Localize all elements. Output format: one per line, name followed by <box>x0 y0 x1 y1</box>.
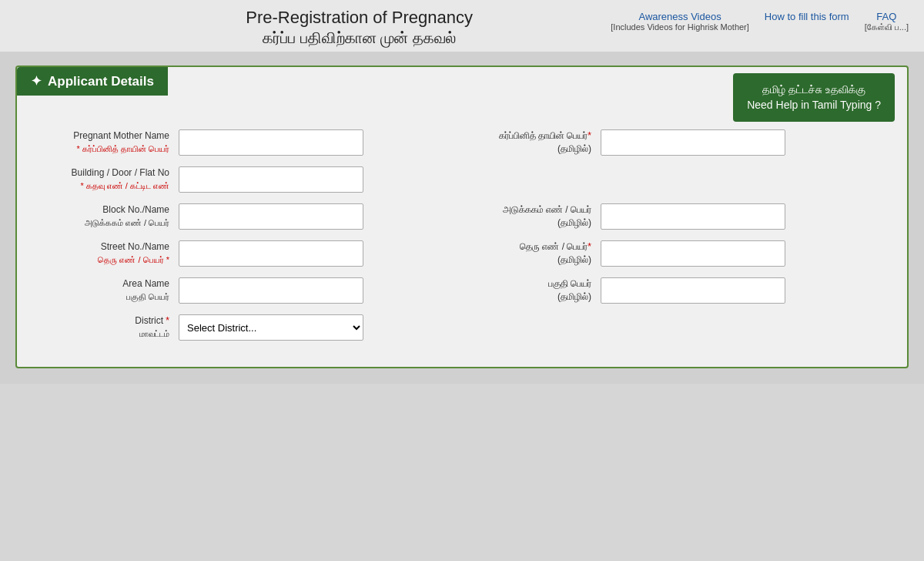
area-name-en-input[interactable] <box>179 277 363 304</box>
building-row: Building / Door / Flat No * கதவு எண் / க… <box>40 166 884 193</box>
area-ta-label: பகுதி பெயர் (தமிழில்) <box>462 277 601 304</box>
page-title-en: Pre-Registration of Pregnancy <box>108 8 611 28</box>
block-no-name-ta-input[interactable] <box>601 203 785 230</box>
block-no-name-en-input[interactable] <box>179 203 363 230</box>
block-left-col: Block No./Name அடுக்ககம் எண் / பெயர் <box>40 203 462 230</box>
pregnant-mother-name-label: Pregnant Mother Name * கர்ப்பினித் தாயின… <box>40 129 179 156</box>
content-area: ✦Applicant Details தமிழ் தட்டச்சு உதவிக்… <box>0 52 924 384</box>
block-ta-label: அடுக்ககம் எண் / பெயர் (தமிழில்) <box>462 203 601 230</box>
building-input[interactable] <box>179 166 363 193</box>
building-left-col: Building / Door / Flat No * கதவு எண் / க… <box>40 166 462 193</box>
area-name-ta-input[interactable] <box>601 277 785 304</box>
area-right-col: பகுதி பெயர் (தமிழில்) <box>462 277 884 304</box>
street-left-col: Street No./Name தெரு எண் / பெயர் * <box>40 240 462 267</box>
district-label: District * மாவட்டம் <box>40 314 179 341</box>
awareness-videos-link[interactable]: Awareness Videos [Includes Videos for Hi… <box>611 11 749 32</box>
block-row: Block No./Name அடுக்ககம் எண் / பெயர் அடு… <box>40 203 884 230</box>
section-header: ✦Applicant Details <box>17 67 168 96</box>
pregnant-mother-name-right-col: கர்ப்பினித் தாயின் பெயர்* (தமிழில்) <box>462 129 884 156</box>
header: Pre-Registration of Pregnancy கர்ப்ப பதி… <box>0 0 924 52</box>
header-center: Pre-Registration of Pregnancy கர்ப்ப பதி… <box>108 8 611 47</box>
district-select[interactable]: Select District... <box>179 314 363 341</box>
street-no-name-ta-input[interactable] <box>601 240 785 267</box>
form-area: Pregnant Mother Name * கர்ப்பினித் தாயின… <box>17 122 907 341</box>
street-no-name-en-input[interactable] <box>179 240 363 267</box>
area-label: Area Name பகுதி பெயர் <box>40 277 179 304</box>
area-row: Area Name பகுதி பெயர் பகுதி பெயர் (தமிழி… <box>40 277 884 304</box>
pregnant-mother-name-row: Pregnant Mother Name * கர்ப்பினித் தாயின… <box>40 129 884 156</box>
district-left-col: District * மாவட்டம் Select District... <box>40 314 462 341</box>
building-label: Building / Door / Flat No * கதவு எண் / க… <box>40 166 179 193</box>
header-links: Awareness Videos [Includes Videos for Hi… <box>611 8 909 32</box>
section-icon: ✦ <box>31 74 42 89</box>
tamil-typing-help-button[interactable]: தமிழ் தட்டச்சு உதவிக்கு Need Help in Tam… <box>733 73 895 122</box>
block-label: Block No./Name அடுக்ககம் எண் / பெயர் <box>40 203 179 230</box>
street-ta-label: தெரு எண் / பெயர்* (தமிழில்) <box>462 240 601 267</box>
block-right-col: அடுக்ககம் எண் / பெயர் (தமிழில்) <box>462 203 884 230</box>
pregnant-mother-name-en-input[interactable] <box>179 129 363 156</box>
pregnant-mother-name-left-col: Pregnant Mother Name * கர்ப்பினித் தாயின… <box>40 129 462 156</box>
section-header-row: ✦Applicant Details தமிழ் தட்டச்சு உதவிக்… <box>17 67 907 122</box>
applicant-details-section: ✦Applicant Details தமிழ் தட்டச்சு உதவிக்… <box>15 66 909 368</box>
how-to-fill-link[interactable]: How to fill this form <box>765 11 849 32</box>
page-title-ta: கர்ப்ப பதிவிற்கான முன் தகவல் <box>108 29 611 47</box>
area-left-col: Area Name பகுதி பெயர் <box>40 277 462 304</box>
faq-link[interactable]: FAQ [கேள்வி ப...] <box>865 11 909 32</box>
street-right-col: தெரு எண் / பெயர்* (தமிழில்) <box>462 240 884 267</box>
pregnant-mother-name-ta-label: கர்ப்பினித் தாயின் பெயர்* (தமிழில்) <box>462 129 601 156</box>
pregnant-mother-name-ta-input[interactable] <box>601 129 785 156</box>
street-label: Street No./Name தெரு எண் / பெயர் * <box>40 240 179 267</box>
street-row: Street No./Name தெரு எண் / பெயர் * தெரு … <box>40 240 884 267</box>
district-row: District * மாவட்டம் Select District... <box>40 314 884 341</box>
